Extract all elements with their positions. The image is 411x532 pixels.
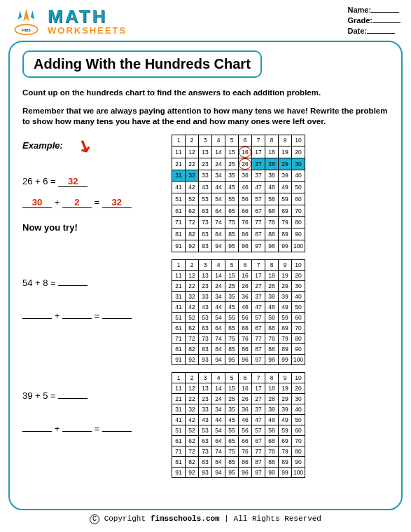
math-title: MATH <box>48 6 342 27</box>
hundreds-chart-1: 1234567891011121314151617181920212223242… <box>172 259 305 365</box>
ex-ones: 2 <box>62 197 92 208</box>
worksheets-title: WORKSHEETS <box>48 25 342 36</box>
hundreds-chart-2: 1234567891011121314151617181920212223242… <box>172 372 305 478</box>
p1-sum-input[interactable] <box>102 318 132 319</box>
main-content: Adding With the Hundreds Chart Count up … <box>8 41 403 510</box>
footer: C Copyright fimsschools.com | All Rights… <box>0 514 411 524</box>
page-title: Adding With the Hundreds Chart <box>22 50 262 78</box>
example-row: Example:↘ 26 + 6 = 32 30 + 2 = 32 Now yo… <box>22 135 389 252</box>
svg-text:FIMS: FIMS <box>22 28 31 32</box>
name-input[interactable] <box>371 12 399 13</box>
instruction-1: Count up on the hundreds chart to find t… <box>22 88 389 99</box>
p2-ones-input[interactable] <box>62 431 92 432</box>
p2-answer-input[interactable] <box>58 398 88 399</box>
header: FIMS MATH WORKSHEETS Name: Grade: Date: <box>0 0 411 37</box>
date-input[interactable] <box>367 33 395 34</box>
ex-sum: 32 <box>102 197 132 208</box>
arrow-icon: ↘ <box>73 132 93 158</box>
p2-sum-input[interactable] <box>102 431 132 432</box>
info-fields: Name: Grade: Date: <box>348 6 400 37</box>
plus-sign: + <box>55 197 60 207</box>
equals-sign: = <box>94 197 99 207</box>
name-label: Name: <box>348 6 372 14</box>
p2-problem: 39 + 5 = <box>22 390 56 401</box>
ex-tens: 30 <box>22 197 52 208</box>
p1-tens-input[interactable] <box>22 318 52 319</box>
p1-problem: 54 + 8 = <box>22 278 56 288</box>
fims-logo: FIMS <box>11 6 42 37</box>
copyright-icon: C <box>90 514 99 524</box>
grade-label: Grade: <box>348 16 372 25</box>
rights-text: | All Rights Reserved <box>224 514 321 523</box>
problem-2-row: 39 + 5 = + = 123456789101112131415161718… <box>22 372 389 478</box>
site-link[interactable]: fimsschools.com <box>151 514 220 523</box>
grade-input[interactable] <box>372 22 400 23</box>
hundreds-chart-example: 1234567891011121314151617181920212223242… <box>172 135 305 252</box>
instruction-2: Remember that we are always paying atten… <box>22 106 389 128</box>
example-label: Example: <box>22 140 63 151</box>
p1-ones-input[interactable] <box>62 318 92 319</box>
title-block: MATH WORKSHEETS <box>48 6 342 36</box>
problem-1-row: 54 + 8 = + = 123456789101112131415161718… <box>22 259 389 365</box>
copyright-text: Copyright <box>104 514 146 523</box>
p2-tens-input[interactable] <box>22 431 52 432</box>
try-label: Now you try! <box>22 222 159 233</box>
date-label: Date: <box>348 27 368 35</box>
p1-answer-input[interactable] <box>58 285 88 286</box>
ex-problem: 26 + 6 = <box>22 176 56 186</box>
ex-answer: 32 <box>58 176 88 187</box>
